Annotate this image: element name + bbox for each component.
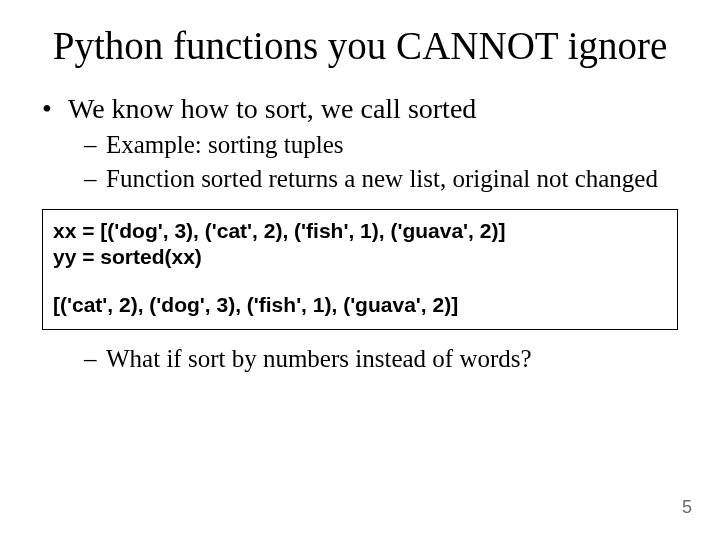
bullet-level1: • We know how to sort, we call sorted (40, 91, 680, 126)
code-line: yy = sorted(xx) (53, 244, 667, 270)
code-output: [('cat', 2), ('dog', 3), ('fish', 1), ('… (53, 292, 667, 318)
bullet-text: What if sort by numbers instead of words… (106, 344, 532, 375)
bullet-text: Function sorted returns a new list, orig… (106, 164, 658, 195)
bullet-level2: – What if sort by numbers instead of wor… (84, 344, 680, 375)
dash-marker: – (84, 164, 106, 195)
bullet-marker: • (40, 91, 68, 126)
bullet-level2: – Example: sorting tuples (84, 130, 680, 161)
slide: Python functions you CANNOT ignore • We … (0, 0, 720, 540)
bullet-text: Example: sorting tuples (106, 130, 343, 161)
bullet-text: We know how to sort, we call sorted (68, 91, 476, 126)
dash-marker: – (84, 344, 106, 375)
bullet-level2: – Function sorted returns a new list, or… (84, 164, 680, 195)
code-line: xx = [('dog', 3), ('cat', 2), ('fish', 1… (53, 218, 667, 244)
slide-title: Python functions you CANNOT ignore (40, 24, 680, 69)
dash-marker: – (84, 130, 106, 161)
code-box: xx = [('dog', 3), ('cat', 2), ('fish', 1… (42, 209, 678, 330)
page-number: 5 (682, 497, 692, 518)
